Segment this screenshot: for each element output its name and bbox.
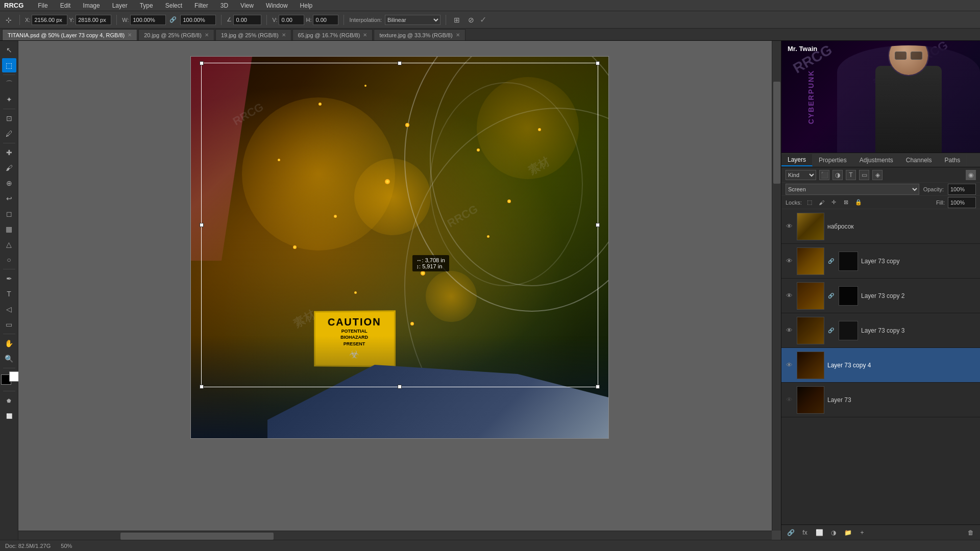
text-tool[interactable]: T — [2, 287, 16, 301]
tab-titania[interactable]: TITANIA.psd @ 50% (Layer 73 copy 4, RGB/… — [2, 29, 137, 40]
canvas-area[interactable]: CAUTION POTENTIAL BIOHAZARD PRESENT ☣ RR… — [18, 41, 781, 540]
confirm-transform-button[interactable]: ✓ — [480, 15, 486, 24]
filter-pixel-btn[interactable]: ⬛ — [819, 170, 829, 180]
layer-row-73copy4[interactable]: 👁 Layer 73 copy 4 — [781, 348, 980, 383]
menu-edit[interactable]: Edit — [58, 1, 73, 10]
healing-tool[interactable]: ✚ — [2, 145, 16, 160]
blend-mode-select[interactable]: Screen Normal Multiply Overlay — [786, 184, 919, 195]
add-style-btn[interactable]: fx — [800, 528, 810, 538]
h-input[interactable] — [180, 15, 216, 25]
filter-type-btn[interactable]: T — [846, 170, 856, 180]
layer-row-73copy[interactable]: 👁 🔗 Layer 73 copy — [781, 244, 980, 279]
fill-input[interactable] — [948, 197, 976, 208]
v-scrollbar-thumb[interactable] — [773, 82, 780, 184]
layer-row-nabrosok[interactable]: 👁 набросок — [781, 209, 980, 244]
rotation-input[interactable] — [233, 15, 261, 25]
tab-close-texture[interactable]: ✕ — [456, 32, 460, 38]
menu-help[interactable]: Help — [298, 1, 315, 10]
menu-3d[interactable]: 3D — [218, 1, 230, 10]
layer-kind-select[interactable]: Kind — [786, 170, 816, 180]
delete-layer-btn[interactable]: 🗑 — [966, 528, 976, 538]
eyedropper-tool[interactable]: 🖊 — [2, 127, 16, 141]
h-scrollbar-thumb[interactable] — [120, 533, 274, 540]
lock-image-btn[interactable]: 🖌 — [817, 198, 826, 207]
lasso-tool[interactable]: ⌒ — [2, 77, 16, 91]
select-tool[interactable]: ⬚ — [2, 58, 16, 72]
h-scrollbar[interactable] — [18, 531, 772, 540]
layer-vis-73copy3[interactable]: 👁 — [785, 326, 794, 335]
menu-view[interactable]: View — [238, 1, 256, 10]
add-adjustment-btn[interactable]: ◑ — [828, 528, 839, 538]
create-layer-btn[interactable]: + — [857, 528, 867, 538]
panel-tab-adjustments[interactable]: Adjustments — [853, 155, 900, 166]
filter-smart-btn[interactable]: ◈ — [872, 170, 883, 180]
filter-shape-btn[interactable]: ▭ — [859, 170, 869, 180]
tab-65jpg[interactable]: 65.jpg @ 16.7% (RGB/8) ✕ — [292, 29, 373, 40]
menu-image[interactable]: Image — [81, 1, 102, 10]
layer-vis-73copy[interactable]: 👁 — [785, 257, 794, 266]
warp-icon[interactable]: ⊞ — [451, 14, 462, 26]
v-input[interactable] — [279, 15, 304, 25]
panel-tab-channels[interactable]: Channels — [900, 155, 939, 166]
eraser-tool[interactable]: ◻ — [2, 207, 16, 221]
dodge-tool[interactable]: ○ — [2, 253, 16, 267]
tab-20jpg[interactable]: 20.jpg @ 25% (RGB/8) ✕ — [138, 29, 214, 40]
panel-tab-layers[interactable]: Layers — [781, 154, 813, 166]
menu-type[interactable]: Type — [138, 1, 155, 10]
tab-19jpg[interactable]: 19.jpg @ 25% (RGB/8) ✕ — [215, 29, 291, 40]
menu-window[interactable]: Window — [264, 1, 290, 10]
lock-transparent-btn[interactable]: ⬚ — [805, 198, 814, 207]
tab-close-titania[interactable]: ✕ — [128, 32, 132, 38]
magic-wand-tool[interactable]: ✦ — [2, 92, 16, 107]
menu-layer[interactable]: Layer — [110, 1, 130, 10]
move-tool-icon[interactable]: ⊹ — [3, 14, 14, 26]
h2-input[interactable] — [313, 15, 338, 25]
layer-row-73[interactable]: 👁 Layer 73 — [781, 383, 980, 417]
lock-artboard-btn[interactable]: ⊠ — [842, 198, 851, 207]
pen-tool[interactable]: ✒ — [2, 271, 16, 286]
screen-mode-tool[interactable]: ⬜ — [2, 409, 16, 423]
clone-tool[interactable]: ⊕ — [2, 176, 16, 190]
crop-tool[interactable]: ⊡ — [2, 111, 16, 126]
hand-tool[interactable]: ✋ — [2, 336, 16, 350]
layer-vis-73[interactable]: 👁 — [785, 395, 794, 405]
filter-adjust-btn[interactable]: ◑ — [832, 170, 843, 180]
link-layers-btn[interactable]: 🔗 — [786, 528, 796, 538]
blur-tool[interactable]: △ — [2, 237, 16, 252]
layer-vis-nabrosok[interactable]: 👁 — [785, 222, 794, 231]
gradient-tool[interactable]: ▦ — [2, 222, 16, 236]
create-group-btn[interactable]: 📁 — [843, 528, 853, 538]
panel-tab-properties[interactable]: Properties — [813, 155, 853, 166]
add-mask-btn[interactable]: ⬜ — [814, 528, 824, 538]
menu-file[interactable]: File — [36, 1, 50, 10]
move-tool[interactable]: ↖ — [2, 43, 16, 57]
quick-mask-tool[interactable]: ⬟ — [2, 393, 16, 408]
tab-close-65jpg[interactable]: ✕ — [363, 32, 367, 38]
zoom-tool[interactable]: 🔍 — [2, 352, 16, 366]
layer-vis-73copy2[interactable]: 👁 — [785, 291, 794, 300]
tab-close-20jpg[interactable]: ✕ — [205, 32, 209, 38]
filter-toggle-btn[interactable]: ◉ — [966, 170, 976, 180]
background-color[interactable] — [9, 371, 19, 382]
lock-position-btn[interactable]: ✛ — [829, 198, 839, 207]
menu-filter[interactable]: Filter — [192, 1, 210, 10]
menu-select[interactable]: Select — [163, 1, 184, 10]
layer-row-73copy2[interactable]: 👁 🔗 Layer 73 copy 2 — [781, 279, 980, 313]
interpolation-select[interactable]: Bilinear Bicubic Nearest Neighbor — [385, 15, 440, 25]
x-input[interactable] — [32, 15, 67, 25]
y-input[interactable] — [76, 15, 111, 25]
lock-all-btn[interactable]: 🔒 — [854, 198, 863, 207]
brush-tool[interactable]: 🖌 — [2, 161, 16, 175]
layer-row-73copy3[interactable]: 👁 🔗 Layer 73 copy 3 — [781, 313, 980, 348]
w-input[interactable] — [130, 15, 166, 25]
link-icon[interactable]: 🔗 — [167, 14, 179, 26]
history-brush-tool[interactable]: ↩ — [2, 191, 16, 206]
v-scrollbar[interactable] — [772, 41, 781, 531]
cancel-icon[interactable]: ⊘ — [465, 14, 477, 26]
path-tool[interactable]: ◁ — [2, 302, 16, 316]
layer-vis-73copy4[interactable]: 👁 — [785, 361, 794, 370]
opacity-input[interactable] — [948, 184, 976, 195]
panel-tab-paths[interactable]: Paths — [938, 155, 967, 166]
tab-close-19jpg[interactable]: ✕ — [282, 32, 286, 38]
tab-texture[interactable]: texture.jpg @ 33.3% (RGB/8) ✕ — [374, 29, 465, 40]
